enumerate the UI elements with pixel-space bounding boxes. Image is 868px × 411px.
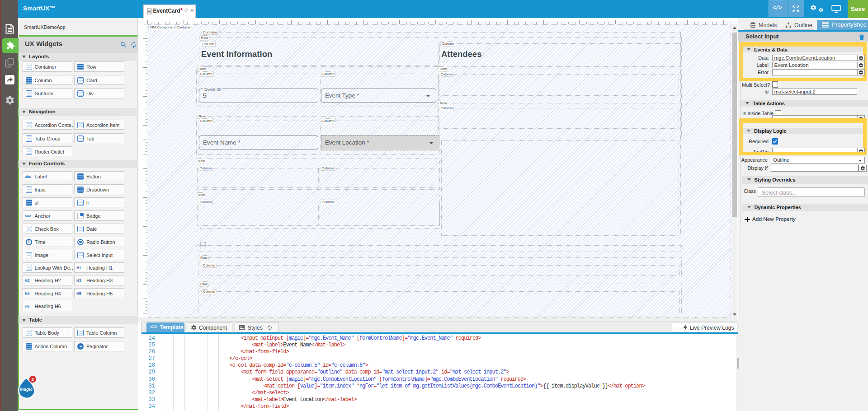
svg-text:magic: magic <box>20 387 33 392</box>
svg-text:2: 2 <box>32 377 34 382</box>
